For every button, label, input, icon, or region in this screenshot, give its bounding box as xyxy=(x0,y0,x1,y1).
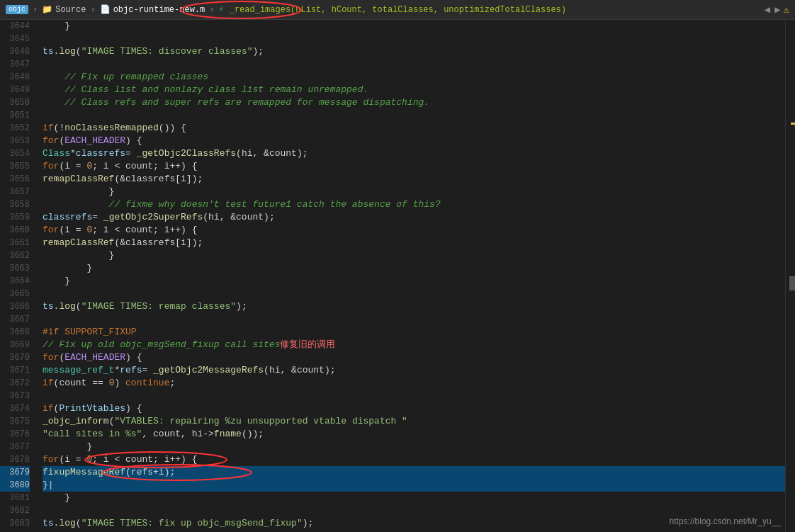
code-line: "call sites in %s", count, hi->fname()); xyxy=(43,428,785,441)
code-line: for (i = 0; i < count; i++) { xyxy=(43,160,785,173)
line-number: 3680 xyxy=(0,479,30,492)
line-number: 3669 xyxy=(0,339,30,351)
code-line: // fixme why doesn't test future1 catch … xyxy=(43,198,785,211)
line-number: 3665 xyxy=(0,288,30,300)
code-line: } xyxy=(43,249,785,262)
line-number: 3677 xyxy=(0,441,30,453)
code-line: for (EACH_HEADER) { xyxy=(43,135,785,147)
code-line: // Class list and nonlazy class list rem… xyxy=(43,84,785,96)
scroll-thumb[interactable] xyxy=(789,276,795,290)
line-number: 3653 xyxy=(0,135,30,147)
line-number: 3671 xyxy=(0,364,30,377)
warning-icon: ⚠ xyxy=(784,4,789,16)
code-line: // Fix up old objc_msgSend_fixup call si… xyxy=(43,339,785,351)
top-bar: objc › 📁 Source › 📄 objc-runtime-new.m ›… xyxy=(0,0,795,20)
code-line: remapClassRef(&classrefs[i]); xyxy=(43,173,785,186)
line-number: 3672 xyxy=(0,377,30,390)
line-number: 3681 xyxy=(0,492,30,504)
code-line: } xyxy=(43,262,785,275)
scrollbar[interactable] xyxy=(785,20,795,532)
code-line: Class *classrefs = _getObjc2ClassRefs(hi… xyxy=(43,147,785,160)
code-line: } xyxy=(43,492,785,504)
code-line: message_ref_t *refs = _getObjc2MessageRe… xyxy=(43,364,785,377)
code-line xyxy=(43,109,785,122)
line-number: 3660 xyxy=(0,224,30,237)
line-numbers: 3644364536463647364836493650365136523653… xyxy=(0,20,37,532)
line-number: 3683 xyxy=(0,517,30,530)
code-line: } xyxy=(43,441,785,453)
code-line: remapClassRef(&classrefs[i]); xyxy=(43,237,785,249)
nav-arrows[interactable]: ◀ ▶ xyxy=(765,4,781,16)
line-number: 3656 xyxy=(0,173,30,186)
line-number: 3666 xyxy=(0,300,30,313)
folder-icon: 📁 xyxy=(42,4,52,15)
code-line: if (PrintVtables) { xyxy=(43,402,785,415)
line-number: 3664 xyxy=(0,275,30,288)
code-line: classrefs = _getObjc2SuperRefs(hi, &coun… xyxy=(43,211,785,224)
watermark: https://blog.csdn.net/Mr_yu__ xyxy=(670,516,781,526)
code-line: }| xyxy=(43,479,785,492)
line-number: 3647 xyxy=(0,58,30,71)
line-number: 3652 xyxy=(0,122,30,135)
sep1: › xyxy=(33,5,38,15)
code-content[interactable]: } ts.log("IMAGE TIMES: discover classes"… xyxy=(37,20,785,532)
func-breadcrumb[interactable]: _read_images(hList, hCount, totalClasses… xyxy=(230,5,566,15)
line-number: 3663 xyxy=(0,262,30,275)
line-number: 3673 xyxy=(0,390,30,402)
code-line xyxy=(43,58,785,71)
code-line: _objc_inform("VTABLES: repairing %zu uns… xyxy=(43,415,785,428)
file-icon: 📄 xyxy=(100,4,111,15)
code-line: ts.log("IMAGE TIMES: remap classes"); xyxy=(43,300,785,313)
line-number: 3670 xyxy=(0,351,30,364)
line-number: 3646 xyxy=(0,45,30,58)
line-number: 3662 xyxy=(0,249,30,262)
code-line: if (count == 0) continue; xyxy=(43,377,785,390)
line-number: 3674 xyxy=(0,402,30,415)
code-line: } xyxy=(43,186,785,198)
line-number: 3682 xyxy=(0,504,30,517)
source-breadcrumb[interactable]: Source xyxy=(55,5,86,15)
code-line: for (EACH_HEADER) { xyxy=(43,351,785,364)
line-number: 3654 xyxy=(0,147,30,160)
code-line: // Fix up remapped classes xyxy=(43,71,785,84)
scroll-marker-1 xyxy=(791,123,795,125)
line-number: 3659 xyxy=(0,211,30,224)
file-breadcrumb[interactable]: objc-runtime-new.m xyxy=(113,5,205,15)
line-number: 3661 xyxy=(0,237,30,249)
line-number: 3650 xyxy=(0,96,30,109)
code-line xyxy=(43,288,785,300)
code-line: // Class refs and super refs are remappe… xyxy=(43,96,785,109)
nav-fwd-icon[interactable]: ▶ xyxy=(774,4,780,16)
line-number: 3676 xyxy=(0,428,30,441)
code-line xyxy=(43,33,785,45)
code-line: fixupMessageRef(refs+i); xyxy=(43,466,785,479)
func-icon: ⚡ xyxy=(218,4,223,15)
line-number: 3644 xyxy=(0,20,30,33)
code-line: if (!noClassesRemapped()) { xyxy=(43,122,785,135)
line-number: 3657 xyxy=(0,186,30,198)
editor: 3644364536463647364836493650365136523653… xyxy=(0,20,795,532)
sep2: › xyxy=(90,5,95,15)
code-line: for (i = 0; i < count; i++) { xyxy=(43,453,785,466)
line-number: 3668 xyxy=(0,326,30,339)
code-line: ts.log("IMAGE TIMES: discover classes"); xyxy=(43,45,785,58)
code-line: #if SUPPORT_FIXUP xyxy=(43,326,785,339)
sep3: › xyxy=(209,5,214,15)
code-line xyxy=(43,390,785,402)
code-line: } xyxy=(43,275,785,288)
code-line xyxy=(43,504,785,517)
line-number: 3667 xyxy=(0,313,30,326)
line-number: 3651 xyxy=(0,109,30,122)
line-number: 3679 xyxy=(0,466,30,479)
nav-back-icon[interactable]: ◀ xyxy=(765,4,770,16)
code-line xyxy=(43,313,785,326)
line-number: 3648 xyxy=(0,71,30,84)
line-number: 3645 xyxy=(0,33,30,45)
line-number: 3675 xyxy=(0,415,30,428)
line-number: 3655 xyxy=(0,160,30,173)
line-number: 3649 xyxy=(0,84,30,96)
code-line: for (i = 0; i < count; i++) { xyxy=(43,224,785,237)
line-number: 3678 xyxy=(0,453,30,466)
line-number: 3658 xyxy=(0,198,30,211)
code-line: } xyxy=(43,20,785,33)
